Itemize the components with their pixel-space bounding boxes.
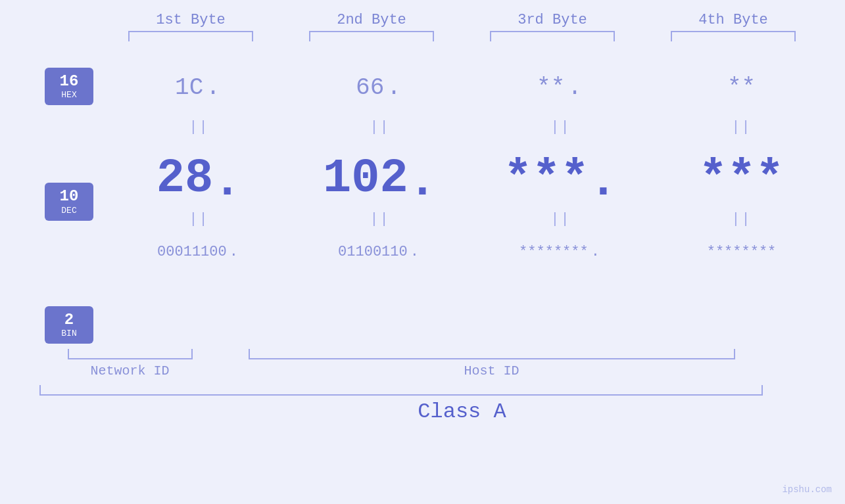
hex-badge-label: HEX	[48, 90, 90, 100]
bin-val-1: 00011100	[157, 244, 227, 260]
equals-sign-1-1: ||	[189, 119, 208, 135]
bin-badge-label: BIN	[48, 329, 90, 338]
top-bracket-line-2	[309, 31, 434, 41]
hex-badge-number: 16	[48, 73, 90, 90]
equals-sign-2-4: ||	[731, 211, 751, 227]
bin-cell-2: 01100110 .	[289, 244, 470, 260]
byte-header-1: 1st Byte	[101, 12, 281, 28]
hex-val-1: 1C	[175, 74, 203, 101]
badges-column: 16 HEX 10 DEC 2 BIN	[30, 55, 109, 344]
dec-row: 28 . 102 . *** . ***	[109, 140, 845, 206]
bottom-brackets-row	[39, 349, 845, 359]
dec-val-1: 28	[157, 152, 213, 206]
id-labels-row: Network ID Host ID	[39, 363, 845, 378]
bin-dot-2: .	[410, 244, 419, 260]
hex-cell-3: ** .	[470, 74, 651, 101]
equals-sign-1-4: ||	[731, 119, 751, 135]
dec-val-4: ***	[699, 152, 785, 206]
equals-row-1: || || || ||	[109, 114, 845, 140]
top-bracket-2	[281, 31, 462, 41]
class-label-row: Class A	[39, 400, 845, 424]
dec-badge-label: DEC	[48, 206, 90, 216]
host-id-label: Host ID	[220, 363, 763, 378]
hex-cell-1: 1C .	[109, 74, 289, 101]
byte-header-3: 3rd Byte	[462, 12, 643, 28]
bin-val-2: 01100110	[338, 244, 408, 260]
dec-badge: 10 DEC	[45, 183, 93, 220]
equals-2-3: ||	[470, 211, 651, 227]
equals-row-2: || || || ||	[109, 206, 845, 232]
equals-2-4: ||	[651, 211, 832, 227]
equals-sign-2-2: ||	[370, 211, 389, 227]
host-bracket-container	[220, 349, 763, 359]
bin-row: 00011100 . 01100110 . ******** . *******…	[109, 232, 845, 271]
bin-cell-3: ******** .	[470, 244, 651, 260]
hex-dot-1: .	[206, 74, 220, 101]
bin-badge-number: 2	[48, 311, 90, 329]
main-grid: 16 HEX 10 DEC 2 BIN 1C .	[0, 55, 845, 344]
hex-row: 1C . 66 . ** . **	[109, 61, 845, 114]
dec-cell-3: *** .	[470, 152, 651, 206]
dec-badge-number: 10	[48, 188, 90, 205]
hex-dot-2: .	[387, 74, 401, 101]
top-bracket-1	[101, 31, 281, 41]
equals-1-2: ||	[289, 119, 470, 135]
equals-2-2: ||	[289, 211, 470, 227]
dec-cell-4: ***	[651, 152, 832, 206]
class-bracket-line	[39, 385, 763, 396]
hex-val-4: **	[727, 74, 756, 101]
watermark: ipshu.com	[782, 484, 832, 495]
equals-2-1: ||	[109, 211, 289, 227]
dec-cell-2: 102 .	[289, 152, 470, 206]
host-bracket-line	[249, 349, 735, 359]
equals-sign-1-2: ||	[370, 119, 389, 135]
rows-area: 1C . 66 . ** . ** ||	[109, 55, 845, 271]
top-bracket-line-1	[128, 31, 253, 41]
dec-cell-1: 28 .	[109, 152, 289, 206]
dec-dot-1: .	[213, 158, 241, 206]
bin-dot-1: .	[229, 244, 238, 260]
dec-dot-3: .	[589, 158, 617, 206]
equals-1-4: ||	[651, 119, 832, 135]
dec-dot-2: .	[408, 158, 437, 206]
top-bracket-line-3	[490, 31, 615, 41]
bin-badge: 2 BIN	[45, 306, 93, 344]
class-bracket-row	[39, 385, 845, 396]
network-bracket-line	[68, 349, 193, 359]
equals-1-1: ||	[109, 119, 289, 135]
bin-dot-3: .	[591, 244, 600, 260]
hex-cell-2: 66 .	[289, 74, 470, 101]
bin-cell-1: 00011100 .	[109, 244, 289, 260]
main-container: 1st Byte 2nd Byte 3rd Byte 4th Byte 16 H…	[0, 0, 845, 504]
bin-cell-4: ********	[651, 244, 832, 260]
hex-val-2: 66	[356, 74, 384, 101]
top-brackets-row	[39, 31, 845, 41]
class-label: Class A	[101, 400, 824, 424]
hex-badge: 16 HEX	[45, 68, 93, 105]
bin-val-3: ********	[519, 244, 589, 260]
byte-headers-row: 1st Byte 2nd Byte 3rd Byte 4th Byte	[39, 0, 845, 28]
network-bracket-container	[39, 349, 220, 359]
equals-sign-2-3: ||	[550, 211, 570, 227]
equals-sign-1-3: ||	[550, 119, 570, 135]
top-bracket-4	[643, 31, 824, 41]
hex-dot-3: .	[567, 74, 582, 101]
equals-1-3: ||	[470, 119, 651, 135]
hex-cell-4: **	[651, 74, 832, 101]
hex-val-3: **	[537, 74, 565, 101]
top-bracket-line-4	[671, 31, 796, 41]
dec-val-3: ***	[504, 152, 589, 206]
equals-sign-2-1: ||	[189, 211, 208, 227]
top-bracket-3	[462, 31, 643, 41]
bin-val-4: ********	[707, 244, 777, 260]
byte-header-2: 2nd Byte	[281, 12, 462, 28]
network-id-label: Network ID	[39, 363, 220, 378]
dec-val-2: 102	[323, 152, 408, 206]
byte-header-4: 4th Byte	[643, 12, 824, 28]
